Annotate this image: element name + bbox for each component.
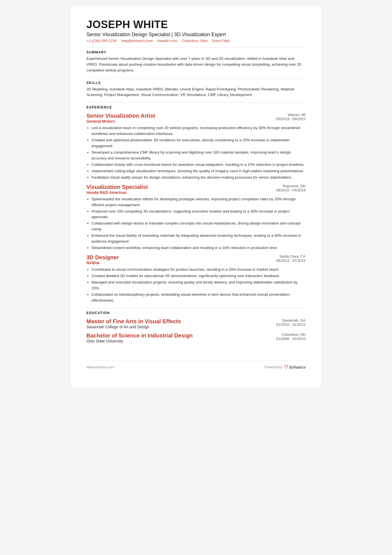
job-3-company: NVIDIA [86, 261, 269, 265]
bullet: Created and optimized photorealistic 3D … [91, 137, 306, 149]
degree-1: Master of Fine Arts in Visual Effects Sa… [86, 318, 306, 329]
job-3-location: Santa Clara, CA [269, 254, 306, 258]
bullet: Led a visualization team in completing o… [91, 125, 306, 137]
degree-2-header: Bachelor of Science in Industrial Design… [86, 332, 306, 343]
linkedin: linkedin.com [157, 39, 177, 43]
heart-icon: ♡ [284, 364, 288, 370]
skills-text: 3D Modeling, Autodesk Alias, Autodesk VR… [86, 87, 306, 98]
job-3-title: 3D Designer [86, 254, 269, 261]
bullet: Collaborated closely with cross-function… [91, 162, 306, 168]
job-3-dates: 06/2012 - 07/2015 [269, 258, 306, 263]
contact-row: +1-(234)-555-1234 help@enhancv.com linke… [86, 39, 306, 43]
summary-label: SUMMARY [86, 50, 306, 54]
summary-divider [86, 78, 306, 78]
bullet: Facilitated virtual reality setups for d… [91, 175, 306, 181]
education-section: EDUCATION Master of Fine Arts in Visual … [86, 311, 306, 343]
email: help@enhancv.com [121, 39, 153, 43]
bullet: Spearheaded the visualization efforts fo… [91, 196, 306, 208]
header: JOSEPH WHITE Senior Visualization Design… [86, 19, 306, 43]
bullet: Collaborated with design teams to transl… [91, 221, 306, 232]
skills-divider [86, 102, 306, 103]
bullet: Collaborated on interdisciplinary projec… [91, 292, 306, 304]
bullet: Streamlined content workflow, enhancing … [91, 245, 306, 251]
degree-1-location: Savannah, GA [269, 318, 306, 322]
job-3-bullets: Contributed to visual communication stra… [86, 267, 306, 304]
job-2-company: Honda R&D Americas [86, 190, 269, 195]
education-label: EDUCATION [86, 311, 306, 315]
job-1-location: Warren, MI [269, 113, 306, 117]
candidate-name: JOSEPH WHITE [86, 19, 306, 31]
job-2-dates: 08/2015 - 04/2019 [269, 188, 306, 192]
candidate-title: Senior Visualization Design Specialist |… [86, 32, 306, 38]
page-footer: www.enhancv.com Powered by ♡ Enhancv [86, 360, 306, 370]
degree-1-school: Savannah College of Art and Design [86, 325, 269, 329]
bullet: Implemented cutting-edge visualization t… [91, 168, 306, 174]
degree-2-dates: 01/2006 - 01/2010 [269, 337, 306, 341]
experience-section: EXPERIENCE Senior Visualization Artist G… [86, 105, 306, 303]
job-2-header: Visualization Specialist Honda R&D Ameri… [86, 184, 306, 195]
job-1: Senior Visualization Artist General Moto… [86, 113, 306, 180]
bullet: Produced over 150 compelling 3D visualiz… [91, 209, 306, 220]
job-3-header: 3D Designer NVIDIA Santa Clara, CA 06/20… [86, 254, 306, 265]
job-2-title: Visualization Specialist [86, 184, 269, 190]
degree-1-header: Master of Fine Arts in Visual Effects Sa… [86, 318, 306, 329]
job-1-header: Senior Visualization Artist General Moto… [86, 113, 306, 124]
bullet: Developed a comprehensive CMF library by… [91, 150, 306, 161]
footer-brand: Powered by ♡ Enhancv [264, 364, 306, 370]
bullet: Created detailed 3D models for education… [91, 273, 306, 279]
location: Columbus, Ohio [182, 39, 208, 43]
powered-by-label: Powered by [264, 365, 282, 369]
degree-2-school: Ohio State University [86, 339, 269, 343]
job-1-title: Senior Visualization Artist [86, 113, 269, 119]
summary-text: Experienced Senior Visualization Design … [86, 56, 306, 73]
phone: +1-(234)-555-1234 [86, 39, 117, 43]
resume-page: JOSEPH WHITE Senior Visualization Design… [71, 6, 321, 387]
brand-name: Enhancv [289, 365, 306, 369]
footer-website: www.enhancv.com [86, 365, 114, 369]
job-1-company: General Motors [86, 119, 269, 124]
degree-2-location: Columbus, OH [269, 332, 306, 337]
bullet: Contributed to visual communication stra… [91, 267, 306, 273]
experience-label: EXPERIENCE [86, 105, 306, 109]
job-2-location: Raymond, OH [269, 184, 306, 188]
bullet: Enhanced the visual fidelity of marketin… [91, 233, 306, 245]
skills-label: SKILLS [86, 81, 306, 85]
job-1-dates: 05/2019 - 09/2023 [269, 117, 306, 121]
extra-field: Extra Field [212, 39, 229, 43]
header-divider [86, 47, 306, 48]
degree-2-title: Bachelor of Science in Industrial Design [86, 332, 269, 339]
job-2-bullets: Spearheaded the visualization efforts fo… [86, 196, 306, 251]
summary-section: SUMMARY Experienced Senior Visualization… [86, 50, 306, 73]
job-2: Visualization Specialist Honda R&D Ameri… [86, 184, 306, 251]
degree-1-title: Master of Fine Arts in Visual Effects [86, 318, 269, 325]
job-3: 3D Designer NVIDIA Santa Clara, CA 06/20… [86, 254, 306, 304]
bullet: Managed and executed visualization proje… [91, 280, 306, 291]
skills-section: SKILLS 3D Modeling, Autodesk Alias, Auto… [86, 81, 306, 98]
experience-divider [86, 308, 306, 308]
job-1-bullets: Led a visualization team in completing o… [86, 125, 306, 180]
enhancv-logo: ♡ Enhancv [284, 364, 306, 370]
degree-2: Bachelor of Science in Industrial Design… [86, 332, 306, 343]
degree-1-dates: 01/2010 - 01/2012 [269, 322, 306, 327]
